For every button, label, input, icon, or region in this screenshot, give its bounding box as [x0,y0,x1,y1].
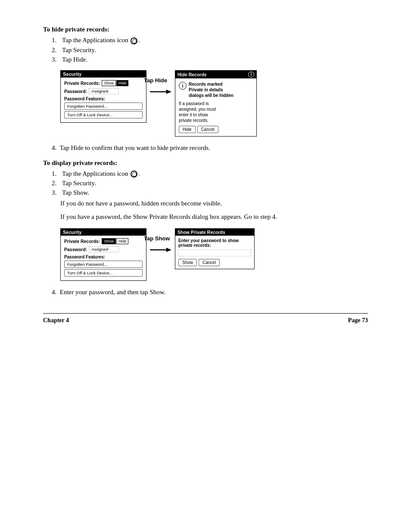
info-icon: i [248,72,254,78]
svg-marker-3 [166,248,171,252]
step-num: 3. [52,189,59,196]
hide-dialog-cancel-btn[interactable]: Cancel [197,126,218,133]
hide-steps-list: 1. Tap the Applications icon . 2. Tap Se… [43,37,368,63]
password-label-2: Password: [64,247,87,252]
forgotten-password-btn-2[interactable]: Forgotten Password... [64,261,143,268]
private-records-label: Private Records: [64,81,100,86]
turn-off-lock-btn-2[interactable]: Turn Off & Lock Device... [64,269,143,277]
show-step4-text: 4. Enter your password, and then tap Sho… [52,289,165,296]
hide-arrow-icon [150,87,171,96]
hide-step4: 4. Tap Hide to confirm that you want to … [52,144,368,152]
step-text: Tap Security. [62,180,96,187]
step-num: 1. [52,170,59,178]
hide-dialog-hide-btn[interactable]: Hide [179,126,196,133]
show-dialog-show-btn[interactable]: Show [178,259,197,266]
hide-step-3: 3. Tap Hide. [52,56,368,63]
hide-step4-text: 4. Tap Hide to confirm that you want to … [52,144,210,151]
section-hide-heading: To hide private records: [43,26,368,33]
show-para1: If you do not have a password, hidden re… [60,199,368,208]
show-btn[interactable]: Show [102,80,116,86]
step-text: Tap Show. [62,189,89,196]
hide-step-1: 1. Tap the Applications icon . [52,37,368,44]
tap-hide-label: Tap Hide [144,77,167,84]
step-num: 1. [52,37,59,44]
show-step-3: 3. Tap Show. [52,189,368,196]
hide-dialog-buttons: Hide Cancel [179,126,253,133]
password-value-2: -Assigned- [89,246,119,252]
security-panel-body: Private Records: Show Hide Password: -As… [61,78,146,122]
show-dialog-input[interactable] [178,249,251,256]
step-num: 3. [52,56,59,63]
show-dialog-body: Enter your password to show private reco… [175,236,254,269]
password-features-label-2: Password Features: [64,255,143,259]
hide-dialog-info-row: i Records markedPrivate in detailsdialog… [179,81,253,98]
step-text: Tap the Applications icon . [62,170,140,178]
page: To hide private records: 1. Tap the Appl… [0,0,411,341]
hide-dialog-title: Hide Records [177,72,207,77]
diagram-show: Security Private Records: Show Hide Pass… [52,228,368,281]
tap-show-label: Tap Show [144,235,170,242]
step-text: Tap the Applications icon . [62,37,140,44]
show-para2: If you have a password, the Show Private… [60,212,368,222]
show-step-1: 1. Tap the Applications icon . [52,170,368,178]
show-arrow-icon [150,246,171,254]
section-hide: To hide private records: 1. Tap the Appl… [43,26,368,152]
forgotten-password-btn[interactable]: Forgotten Password... [64,103,143,110]
show-step4: 4. Enter your password, and then tap Sho… [52,289,368,296]
security-panel-body-2: Private Records: Show Hide Password: -As… [61,236,146,280]
hide-dialog-titlebar: Hide Records i [175,71,256,78]
security-panel-title: Security [61,71,146,78]
step-text: Tap Hide. [62,56,87,63]
private-records-row: Private Records: Show Hide [64,80,143,86]
password-row-2: Password: -Assigned- [64,246,143,252]
security-panel-title-2: Security [61,229,146,236]
show-dialog-title: Show Private Records [175,229,254,236]
hide-dialog-info-text: Records markedPrivate in detailsdialogs … [189,81,234,98]
page-footer: Chapter 4 Page 73 [43,313,368,324]
step-num: 2. [52,180,59,187]
show-dialog-label: Enter your password to show private reco… [178,238,251,248]
show-steps-list: 1. Tap the Applications icon . 2. Tap Se… [43,170,368,197]
hide-step-2: 2. Tap Security. [52,47,368,54]
show-dialog-buttons: Show Cancel [178,259,251,266]
turn-off-lock-btn[interactable]: Turn Off & Lock Device... [64,111,143,118]
hide-btn-2[interactable]: Hide [116,238,129,244]
footer-chapter: Chapter 4 [43,317,69,324]
step-text: Tap Security. [62,47,96,54]
svg-marker-1 [166,90,171,94]
security-panel-show: Security Private Records: Show Hide Pass… [60,228,146,281]
diagram-hide: Security Private Records: Show Hide Pass… [52,70,368,137]
show-btn-2[interactable]: Show [102,238,116,244]
private-records-label-2: Private Records: [64,239,100,244]
hide-btn[interactable]: Hide [116,80,129,86]
hide-dialog-info-icon: i [179,82,187,90]
apps-icon [131,37,137,44]
show-private-records-dialog: Show Private Records Enter your password… [175,228,255,269]
hide-dialog-normal-text: If a password isassigned, you mustenter … [179,101,253,123]
hide-records-dialog: Hide Records i i Records markedPrivate i… [175,70,257,137]
show-step-2: 2. Tap Security. [52,180,368,187]
diagram-hide-area: Security Private Records: Show Hide Pass… [60,70,368,137]
section-show-heading: To display private records: [43,159,368,167]
password-features-label: Password Features: [64,96,143,101]
security-panel-hide: Security Private Records: Show Hide Pass… [60,70,146,123]
step-num: 2. [52,47,59,54]
hide-dialog-body: i Records markedPrivate in detailsdialog… [175,78,256,136]
show-dialog-cancel-btn[interactable]: Cancel [199,259,220,266]
section-show: To display private records: 1. Tap the A… [43,159,368,296]
apps-icon-2 [131,171,137,177]
password-row: Password: -Assigned- [64,88,143,94]
private-records-row-2: Private Records: Show Hide [64,238,143,244]
password-label: Password: [64,89,87,94]
password-value: -Assigned- [89,88,119,94]
diagram-show-area: Security Private Records: Show Hide Pass… [60,228,368,281]
footer-page: Page 73 [348,317,368,324]
